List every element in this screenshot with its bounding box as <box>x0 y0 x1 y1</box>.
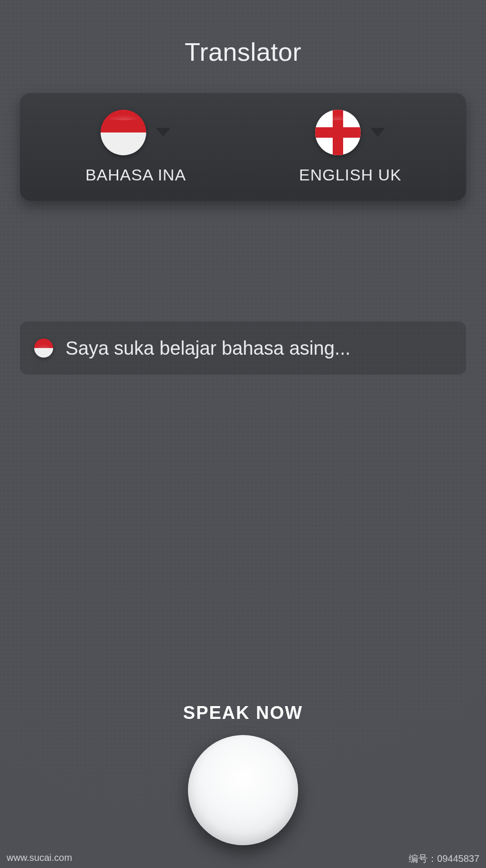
speak-now-label: SPEAK NOW <box>0 703 486 723</box>
watermark-site: www.sucai.com <box>7 852 72 865</box>
language-selector-card: BAHASA INA ENGLISH UK <box>20 93 466 201</box>
transcription-bubble[interactable]: Saya suka belajar bahasa asing... <box>20 321 466 375</box>
target-language-label: ENGLISH UK <box>299 166 402 184</box>
indonesia-flag-icon <box>101 110 146 155</box>
watermark-id: 编号：09445837 <box>409 852 479 865</box>
chevron-down-icon <box>156 128 171 137</box>
source-language-selector[interactable]: BAHASA INA <box>28 110 243 184</box>
transcription-text: Saya suka belajar bahasa asing... <box>65 338 350 359</box>
source-language-label: BAHASA INA <box>85 166 186 184</box>
england-flag-icon <box>315 110 361 155</box>
audio-waveform-icon <box>0 477 486 672</box>
microphone-button[interactable] <box>188 735 298 845</box>
page-title: Translator <box>0 37 486 66</box>
indonesia-flag-icon <box>34 339 53 358</box>
watermark-footer: www.sucai.com 编号：09445837 <box>0 852 486 865</box>
chevron-down-icon <box>370 128 385 137</box>
target-language-selector[interactable]: ENGLISH UK <box>243 110 458 184</box>
